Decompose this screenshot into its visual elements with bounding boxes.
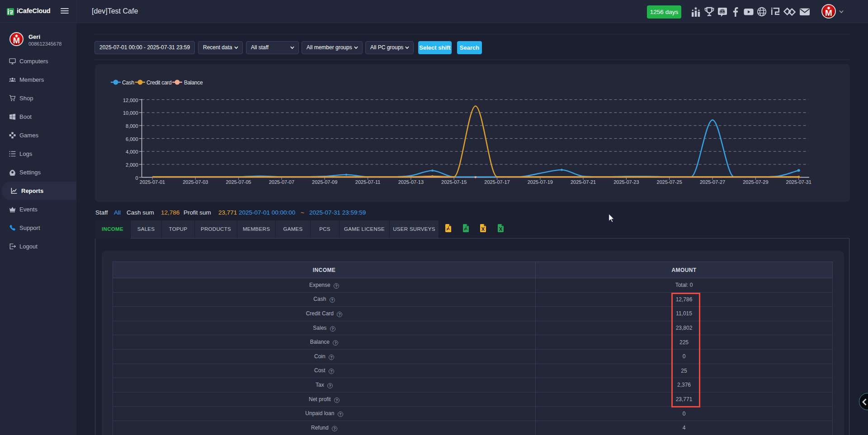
svg-text:2025-07-01: 2025-07-01 [140,179,165,185]
svg-text:Credit card: Credit card [146,80,171,86]
svg-text:2025-07-05: 2025-07-05 [226,179,251,185]
svg-text:2025-07-03: 2025-07-03 [183,179,208,185]
svg-text:2025-07-21: 2025-07-21 [571,179,596,185]
svg-text:Cash: Cash [122,80,134,86]
svg-text:12,000: 12,000 [123,98,138,103]
svg-text:4,000: 4,000 [126,149,138,154]
svg-text:2025-07-27: 2025-07-27 [700,179,725,185]
svg-text:2025-07-15: 2025-07-15 [441,179,467,185]
svg-text:2025-07-13: 2025-07-13 [398,179,424,185]
svg-text:M: M [13,36,20,45]
svg-text:2025-07-31: 2025-07-31 [786,179,811,185]
svg-text:0: 0 [135,175,138,181]
svg-text:2025-07-23: 2025-07-23 [613,179,639,185]
svg-text:2025-07-19: 2025-07-19 [528,179,553,185]
svg-text:2,000: 2,000 [126,162,138,168]
svg-text:2025-07-17: 2025-07-17 [484,179,509,185]
svg-text:2025-07-25: 2025-07-25 [657,179,682,185]
svg-text:2025-07-07: 2025-07-07 [269,179,294,185]
svg-text:6,000: 6,000 [126,136,138,142]
svg-text:2025-07-29: 2025-07-29 [743,179,768,185]
svg-text:10,000: 10,000 [123,110,138,116]
svg-text:8,000: 8,000 [126,123,138,129]
svg-text:2025-07-09: 2025-07-09 [312,179,337,185]
svg-text:2025-07-11: 2025-07-11 [355,179,380,185]
svg-text:M: M [825,8,832,18]
svg-text:Balance: Balance [184,80,203,86]
